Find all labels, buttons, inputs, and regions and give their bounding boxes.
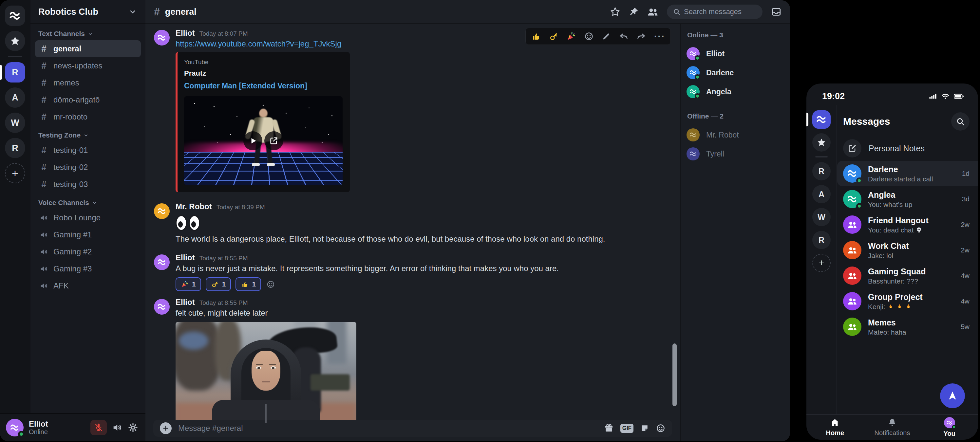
bench (310, 374, 350, 391)
attach-file-button[interactable] (160, 422, 172, 434)
add-reaction-button[interactable] (266, 280, 275, 289)
conversation-gaming-squad[interactable]: Gaming SquadBasshunter: ??? 4w (837, 263, 978, 288)
avatar[interactable] (154, 204, 170, 219)
gift-button[interactable] (604, 423, 614, 433)
attached-image[interactable] (175, 322, 356, 423)
conversation-anglea[interactable]: AngleaYou: what’s up 3d (837, 186, 978, 212)
conversation-memes[interactable]: MemesMateo: haha 5w (837, 314, 978, 340)
avatar[interactable] (154, 254, 170, 270)
favorite-channel-button[interactable] (610, 6, 620, 17)
play-button[interactable] (243, 131, 262, 150)
add-server-button[interactable]: + (5, 163, 25, 183)
personal-notes-row[interactable]: Personal Notes (837, 139, 978, 157)
reaction-ok-hand[interactable]: 1 (206, 277, 231, 291)
favorites-button[interactable] (5, 31, 25, 51)
message-link[interactable]: https://www.youtube.com/watch?v=jeg_TJvk… (175, 38, 680, 49)
phone-server-item-0[interactable]: R (812, 162, 830, 180)
emoji-button[interactable] (656, 423, 665, 433)
chat-scrollbar[interactable] (673, 343, 677, 406)
wave-logo-icon (946, 420, 953, 426)
channel-item-general[interactable]: #general (35, 40, 141, 57)
user-info[interactable]: Elliot Online (29, 420, 48, 436)
embed-title[interactable]: Computer Man [Extended Version] (184, 81, 343, 91)
avatar[interactable] (6, 419, 24, 436)
message-author[interactable]: Elliot (175, 297, 195, 307)
phone-app-logo[interactable] (812, 110, 830, 129)
phone-server-item-3[interactable]: R (812, 231, 830, 249)
message-timestamp: Today at 8:55 PM (199, 255, 248, 262)
section-text-channels[interactable]: Text Channels (38, 30, 141, 38)
channel-item-testing-03[interactable]: #testing-03 (35, 176, 141, 193)
gif-picker-button[interactable]: GIF (620, 424, 633, 433)
embed-author[interactable]: Prautz (184, 69, 343, 78)
bell-icon (887, 418, 897, 428)
party-popper-icon (181, 280, 189, 288)
chevron-down-icon (128, 8, 137, 16)
conversation-group-project[interactable]: Group ProjectKenji: 4w (837, 288, 978, 314)
message-author[interactable]: Mr. Robot (175, 202, 212, 211)
voice-channel-robo-lounge[interactable]: Robo Lounge (35, 209, 141, 226)
avatar[interactable] (154, 30, 170, 46)
conversation-darlene[interactable]: DarleneDarlene started a call 1d (837, 161, 978, 186)
video-thumbnail[interactable] (184, 96, 343, 185)
message-composer[interactable]: GIF (153, 420, 672, 437)
thumbs-up-icon (241, 280, 248, 288)
pinned-messages-button[interactable] (629, 7, 639, 17)
open-external-button[interactable] (264, 131, 283, 150)
speaker-icon (40, 281, 48, 290)
member-darlene[interactable]: Darlene (687, 63, 790, 82)
member-angela[interactable]: Angela (687, 82, 790, 101)
phone-server-item-2[interactable]: W (812, 208, 830, 226)
section-testing-zone[interactable]: Testing Zone (38, 131, 141, 139)
conversation-time: 4w (961, 297, 969, 305)
inbox-button[interactable] (771, 6, 781, 17)
member-mr-robot[interactable]: Mr. Robot (687, 126, 790, 145)
phone-search-button[interactable] (951, 112, 969, 130)
search-input[interactable] (684, 8, 757, 16)
nav-you[interactable]: You (921, 415, 978, 440)
member-elliot[interactable]: Elliot (687, 44, 790, 63)
speaker-icon (112, 422, 123, 433)
channel-item-memes[interactable]: #memes (35, 74, 141, 91)
phone-favorites-button[interactable] (812, 133, 830, 152)
server-item-3[interactable]: R (5, 138, 25, 158)
nav-home[interactable]: Home (807, 415, 864, 440)
server-item-0[interactable]: R (5, 62, 25, 83)
message-author[interactable]: Elliot (175, 29, 195, 38)
section-voice-channels[interactable]: Voice Channels (38, 199, 141, 207)
server-header[interactable]: Robotics Club (30, 0, 145, 24)
group-avatar (843, 318, 861, 336)
message-input[interactable] (178, 424, 597, 433)
message-author[interactable]: Elliot (175, 253, 195, 262)
conversation-work-chat[interactable]: Work ChatJake: lol 2w (837, 237, 978, 263)
channel-item-testing-02[interactable]: #testing-02 (35, 159, 141, 176)
new-message-fab[interactable] (940, 383, 965, 408)
search-bar[interactable] (667, 5, 762, 19)
server-item-2[interactable]: W (5, 113, 25, 133)
member-list-toggle[interactable] (647, 6, 659, 17)
group-avatar (843, 215, 861, 234)
reaction-thumbs-up[interactable]: 1 (235, 277, 261, 291)
mute-microphone-button[interactable] (91, 420, 107, 435)
nav-notifications[interactable]: Notifications (864, 415, 921, 440)
deafen-button[interactable] (112, 422, 123, 433)
voice-channel-gaming-2[interactable]: Gaming #2 (35, 243, 141, 260)
channel-item-testing-01[interactable]: #testing-01 (35, 142, 141, 159)
rail-divider (815, 156, 828, 157)
sticker-button[interactable] (640, 424, 649, 433)
server-item-1[interactable]: A (5, 87, 25, 108)
settings-button[interactable] (128, 422, 138, 433)
app-logo[interactable] (5, 6, 25, 26)
channel-item-news-updates[interactable]: #news-updates (35, 57, 141, 74)
phone-add-server-button[interactable]: + (812, 254, 830, 272)
voice-channel-gaming-1[interactable]: Gaming #1 (35, 226, 141, 243)
member-tyrell[interactable]: Tyrell (687, 145, 790, 164)
voice-channel-gaming-3[interactable]: Gaming #3 (35, 260, 141, 277)
reaction-party[interactable]: 1 (175, 277, 201, 291)
channel-item-domo-arigato[interactable]: #dōmo-arigatō (35, 91, 141, 108)
voice-channel-afk[interactable]: AFK (35, 277, 141, 294)
phone-server-item-1[interactable]: A (812, 185, 830, 204)
conversation-friend-hangout[interactable]: Friend HangoutYou: dead chat 2w (837, 212, 978, 237)
channel-item-mr-roboto[interactable]: #mr-roboto (35, 108, 141, 126)
avatar[interactable] (154, 299, 170, 315)
